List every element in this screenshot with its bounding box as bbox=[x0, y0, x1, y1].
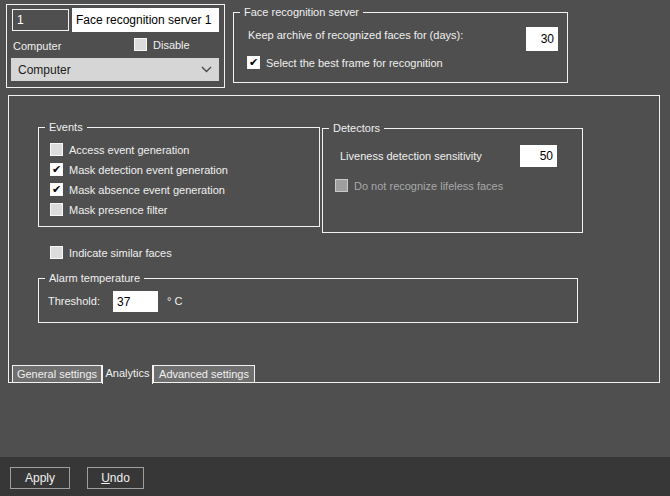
identity-panel: Computer Disable Computer bbox=[6, 4, 225, 88]
best-frame-label: Select the best frame for recognition bbox=[266, 57, 443, 69]
disable-checkbox-row[interactable]: Disable bbox=[134, 38, 190, 51]
undo-accelerator: U bbox=[101, 471, 110, 485]
threshold-input[interactable] bbox=[113, 291, 158, 312]
archive-days-input[interactable] bbox=[526, 27, 558, 51]
tab-analytics[interactable]: Analytics bbox=[102, 365, 153, 384]
liveness-sensitivity-input[interactable] bbox=[520, 145, 557, 167]
liveness-sensitivity-label: Liveness detection sensitivity bbox=[340, 150, 482, 162]
undo-button[interactable]: Undo bbox=[87, 467, 144, 489]
lifeless-faces-label: Do not recognize lifeless faces bbox=[354, 180, 503, 192]
threshold-unit-label: ° C bbox=[167, 295, 182, 307]
detectors-group-title: Detectors bbox=[329, 122, 384, 135]
mask-absence-checkbox[interactable] bbox=[50, 183, 63, 196]
lifeless-faces-checkbox-row[interactable]: Do not recognize lifeless faces bbox=[335, 179, 503, 192]
computer-select-value: Computer bbox=[18, 63, 71, 77]
name-field[interactable] bbox=[72, 8, 219, 32]
detectors-group: Detectors Liveness detection sensitivity… bbox=[322, 128, 583, 233]
face-recognition-server-group: Face recognition server Keep archive of … bbox=[233, 12, 568, 83]
archive-days-label: Keep archive of recognized faces for (da… bbox=[248, 29, 463, 41]
alarm-group-title: Alarm temperature bbox=[45, 272, 144, 285]
computer-select[interactable]: Computer bbox=[11, 58, 219, 81]
events-group: Events Access event generation Mask dete… bbox=[38, 127, 320, 227]
mask-presence-checkbox-row[interactable]: Mask presence filter bbox=[50, 203, 167, 216]
events-group-title: Events bbox=[45, 121, 87, 134]
best-frame-checkbox[interactable] bbox=[247, 56, 260, 69]
similar-faces-checkbox[interactable] bbox=[50, 246, 63, 259]
id-field[interactable] bbox=[12, 9, 69, 31]
computer-label: Computer bbox=[13, 40, 61, 52]
disable-checkbox[interactable] bbox=[134, 38, 147, 51]
apply-button[interactable]: Apply bbox=[10, 467, 70, 489]
threshold-label: Threshold: bbox=[48, 295, 100, 307]
access-event-checkbox-row[interactable]: Access event generation bbox=[50, 143, 189, 156]
chevron-down-icon bbox=[201, 66, 212, 73]
alarm-temperature-group: Alarm temperature Threshold: ° C bbox=[38, 278, 578, 323]
footer-bar: Apply Undo bbox=[0, 457, 670, 496]
server-group-title: Face recognition server bbox=[240, 6, 363, 19]
mask-presence-label: Mask presence filter bbox=[69, 204, 167, 216]
tab-general-settings[interactable]: General settings bbox=[12, 365, 102, 383]
disable-label: Disable bbox=[153, 39, 190, 51]
settings-window: Computer Disable Computer Face recogniti… bbox=[0, 0, 670, 496]
lifeless-faces-checkbox[interactable] bbox=[335, 179, 348, 192]
similar-faces-label: Indicate similar faces bbox=[69, 247, 172, 259]
similar-faces-checkbox-row[interactable]: Indicate similar faces bbox=[50, 246, 172, 259]
access-event-checkbox[interactable] bbox=[50, 143, 63, 156]
undo-label-rest: ndo bbox=[110, 471, 130, 485]
access-event-label: Access event generation bbox=[69, 144, 189, 156]
mask-absence-checkbox-row[interactable]: Mask absence event generation bbox=[50, 183, 225, 196]
mask-absence-label: Mask absence event generation bbox=[69, 184, 225, 196]
mask-detection-checkbox-row[interactable]: Mask detection event generation bbox=[50, 163, 228, 176]
tab-advanced-settings[interactable]: Advanced settings bbox=[153, 365, 255, 383]
best-frame-checkbox-row[interactable]: Select the best frame for recognition bbox=[247, 56, 443, 69]
mask-detection-checkbox[interactable] bbox=[50, 163, 63, 176]
mask-presence-checkbox[interactable] bbox=[50, 203, 63, 216]
mask-detection-label: Mask detection event generation bbox=[69, 164, 228, 176]
